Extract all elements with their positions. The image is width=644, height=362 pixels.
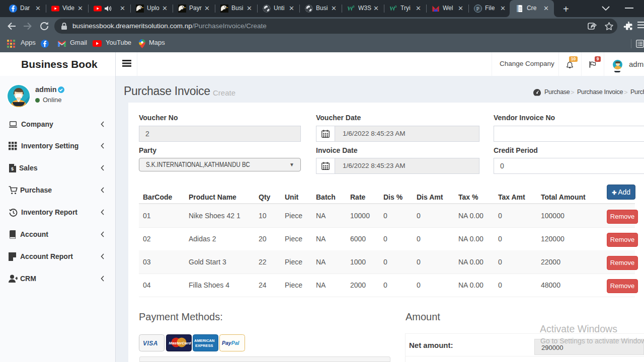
svg-text:VISA: VISA [143, 340, 158, 347]
svg-text:P: P [476, 6, 479, 12]
svg-text:3: 3 [395, 5, 397, 8]
svg-text:AMERICAN: AMERICAN [194, 338, 214, 343]
svg-text:MasterCard: MasterCard [169, 341, 192, 345]
svg-text:3: 3 [353, 5, 355, 8]
svg-text:$: $ [11, 166, 14, 171]
svg-text:PayPal: PayPal [222, 340, 240, 346]
svg-text:EXPRESS: EXPRESS [195, 343, 213, 348]
